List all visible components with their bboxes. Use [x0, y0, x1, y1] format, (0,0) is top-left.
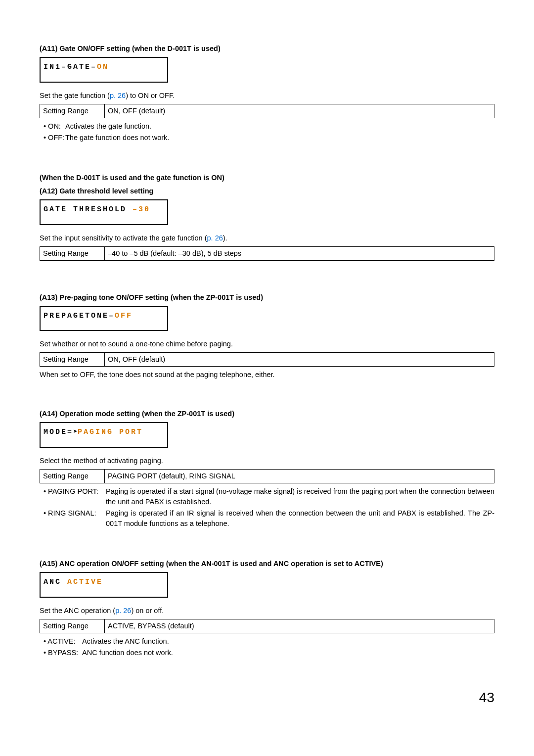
a12-desc-link[interactable]: p. 26 — [207, 234, 223, 242]
a13-range-value: ON, OFF (default) — [105, 353, 494, 367]
a11-on-val: Activates the gate function. — [65, 121, 494, 132]
a14-rs-val: Paging is operated if an IR signal is re… — [106, 508, 494, 529]
a15-desc: Set the ANC operation (p. 26) on or off. — [40, 606, 494, 616]
a15-desc-link[interactable]: p. 26 — [115, 607, 131, 614]
a15-range-label: Setting Range — [40, 619, 105, 633]
a13-title: (A13) Pre-paging tone ON/OFF setting (wh… — [40, 292, 494, 303]
a13-note: When set to OFF, the tone does not sound… — [40, 370, 494, 380]
a15-desc-post: ) on or off. — [131, 607, 164, 614]
a15-title: (A15) ANC operation ON/OFF setting (when… — [40, 559, 494, 569]
a15-byp-key: • BYPASS: — [44, 648, 82, 658]
a11-range-label: Setting Range — [40, 104, 105, 118]
a14-pp-key: • PAGING PORT: — [44, 486, 106, 507]
a14-rs-key: • RING SIGNAL: — [44, 508, 106, 529]
a15-range-value: ACTIVE, BYPASS (default) — [105, 619, 494, 633]
a12-lcd-black: GATE THRESHOLD — [44, 205, 133, 214]
a14-title: (A14) Operation mode setting (when the Z… — [40, 409, 494, 419]
a12-range-value: –40 to –5 dB (default: –30 dB), 5 dB ste… — [105, 246, 494, 260]
a12-desc-post: ). — [223, 234, 227, 242]
a15-lcd-black: ANC — [44, 578, 67, 586]
a13-lcd-black: PREPAGETONE– — [44, 312, 115, 320]
a15-bullets: • ACTIVE: Activates the ANC function. • … — [44, 636, 494, 658]
a15-range-table: Setting Range ACTIVE, BYPASS (default) — [40, 619, 494, 633]
a12-pretitle: (When the D-001T is used and the gate fu… — [40, 173, 494, 183]
a14-bullets: • PAGING PORT: Paging is operated if a s… — [44, 486, 494, 529]
a13-desc: Set whether or not to sound a one-tone c… — [40, 339, 494, 349]
a11-bullets: • ON: Activates the gate function. • OFF… — [44, 121, 494, 143]
a11-desc-pre: Set the gate function ( — [40, 92, 110, 99]
a15-lcd: ANC ACTIVE — [40, 572, 168, 598]
a14-desc: Select the method of activating paging. — [40, 456, 494, 466]
a11-off-key: • OFF: — [44, 133, 65, 143]
a13-range-label: Setting Range — [40, 353, 105, 367]
a13-lcd: PREPAGETONE–OFF — [40, 306, 168, 331]
a11-lcd-orange: ON — [97, 63, 109, 71]
a15-act-val: Activates the ANC function. — [82, 636, 494, 647]
a11-off-val: The gate function does not work. — [65, 133, 494, 143]
a12-desc: Set the input sensitivity to activate th… — [40, 233, 494, 243]
a11-range-value: ON, OFF (default) — [105, 104, 494, 118]
a13-range-table: Setting Range ON, OFF (default) — [40, 352, 494, 367]
a14-lcd-arrow: ➤ — [73, 428, 78, 436]
a14-pp-val: Paging is operated if a start signal (no… — [106, 486, 494, 507]
a13-lcd-orange: OFF — [115, 312, 133, 320]
a11-range-table: Setting Range ON, OFF (default) — [40, 104, 494, 118]
a15-act-key: • ACTIVE: — [44, 636, 82, 647]
a11-lcd: IN1–GATE–ON — [40, 57, 168, 83]
a15-byp-val: ANC function does not work. — [82, 648, 494, 658]
a14-range-value: PAGING PORT (default), RING SIGNAL — [105, 470, 494, 483]
a11-desc-post: ) to ON or OFF. — [126, 92, 175, 99]
a11-lcd-black: IN1–GATE– — [44, 63, 97, 71]
a14-range-label: Setting Range — [40, 470, 105, 483]
a14-lcd: MODE=➤PAGING PORT — [40, 422, 168, 448]
a15-desc-pre: Set the ANC operation ( — [40, 607, 115, 614]
a11-desc: Set the gate function (p. 26) to ON or O… — [40, 91, 494, 101]
a12-title: (A12) Gate threshold level setting — [40, 186, 494, 196]
a12-range-table: Setting Range –40 to –5 dB (default: –30… — [40, 246, 494, 261]
a14-lcd-black: MODE= — [44, 428, 73, 436]
page-number: 43 — [40, 688, 494, 708]
a12-range-label: Setting Range — [40, 246, 105, 260]
a12-lcd: GATE THRESHOLD –30 — [40, 199, 168, 225]
a14-range-table: Setting Range PAGING PORT (default), RIN… — [40, 469, 494, 483]
a14-lcd-orange: PAGING PORT — [78, 428, 143, 436]
a11-desc-link[interactable]: p. 26 — [110, 92, 126, 99]
a12-lcd-orange: –30 — [133, 205, 150, 214]
a11-title: (A11) Gate ON/OFF setting (when the D-00… — [40, 44, 494, 54]
a12-desc-pre: Set the input sensitivity to activate th… — [40, 234, 207, 242]
a11-on-key: • ON: — [44, 121, 65, 132]
a15-lcd-orange: ACTIVE — [67, 578, 103, 586]
